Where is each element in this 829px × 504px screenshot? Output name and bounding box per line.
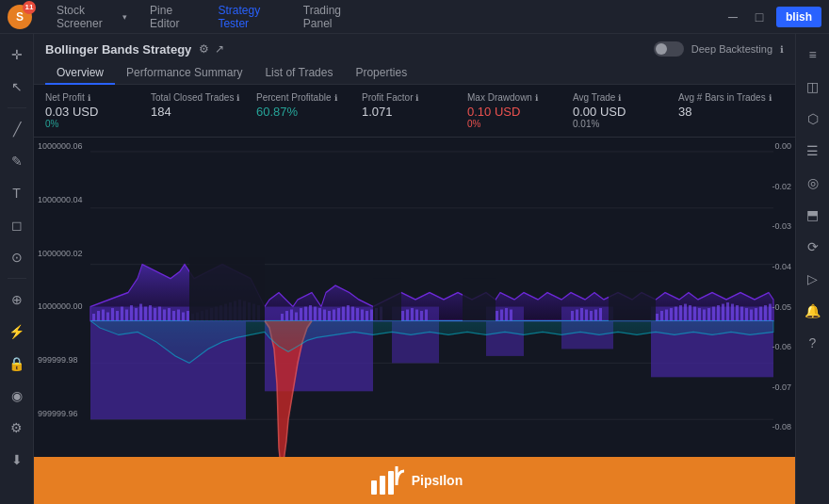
svg-rect-83 bbox=[580, 308, 583, 320]
pipsillon-logo bbox=[366, 466, 404, 495]
svg-rect-113 bbox=[189, 257, 265, 320]
svg-rect-114 bbox=[373, 279, 401, 321]
avg-trade-info-icon[interactable]: ℹ bbox=[618, 93, 621, 103]
right-sidebar-ideas-icon[interactable]: ◎ bbox=[800, 170, 826, 196]
sidebar-crosshair-icon[interactable]: ✛ bbox=[4, 41, 30, 68]
sidebar-trash-icon[interactable]: ⬇ bbox=[4, 447, 30, 473]
nav-trading-panel[interactable]: Trading Panel bbox=[294, 0, 370, 34]
svg-rect-98 bbox=[703, 310, 706, 321]
right-sidebar-chat-icon[interactable]: ⬒ bbox=[800, 202, 826, 228]
svg-rect-107 bbox=[745, 308, 748, 320]
stat-max-drawdown: Max Drawdown ℹ 0.10 USD 0% bbox=[467, 92, 573, 129]
right-sidebar-screener-icon[interactable]: ⬡ bbox=[800, 106, 826, 132]
right-sidebar-watchlist-icon[interactable]: ≡ bbox=[800, 41, 826, 68]
sidebar-eye-icon[interactable]: ◉ bbox=[4, 382, 30, 409]
deep-backtesting-label: Deep Backtesting bbox=[691, 43, 772, 55]
toggle-knob bbox=[656, 43, 667, 55]
svg-rect-51 bbox=[290, 310, 293, 321]
svg-rect-111 bbox=[764, 305, 767, 320]
sidebar-pencil-icon[interactable]: ✎ bbox=[4, 148, 30, 174]
main-content: Bollinger Bands Strategy ⚙ ↗ Deep Backte… bbox=[34, 34, 795, 504]
tab-performance-summary[interactable]: Performance Summary bbox=[115, 62, 253, 85]
svg-rect-29 bbox=[168, 308, 171, 320]
svg-rect-96 bbox=[693, 307, 696, 321]
user-avatar[interactable]: S 11 bbox=[8, 5, 32, 29]
sidebar-measure-icon[interactable]: ⊙ bbox=[4, 244, 30, 270]
svg-rect-59 bbox=[328, 311, 331, 320]
svg-rect-49 bbox=[281, 314, 284, 320]
deep-backtesting-toggle[interactable] bbox=[654, 41, 684, 57]
svg-rect-119 bbox=[388, 471, 394, 495]
sidebar-divider-1 bbox=[8, 107, 26, 108]
tab-overview[interactable]: Overview bbox=[45, 62, 115, 85]
svg-rect-71 bbox=[401, 311, 404, 320]
svg-rect-99 bbox=[707, 308, 710, 320]
sidebar-zoom-icon[interactable]: ⊕ bbox=[4, 286, 30, 313]
deep-backtesting-info-icon[interactable]: ℹ bbox=[780, 44, 784, 55]
svg-rect-74 bbox=[415, 310, 418, 321]
strategy-share-icon[interactable]: ↗ bbox=[215, 42, 224, 56]
svg-rect-95 bbox=[689, 305, 691, 320]
svg-rect-31 bbox=[177, 310, 180, 321]
svg-rect-27 bbox=[158, 307, 161, 321]
sidebar-lock-icon[interactable]: 🔒 bbox=[4, 350, 30, 377]
closed-trades-info-icon[interactable]: ℹ bbox=[236, 93, 239, 103]
publish-button[interactable]: blish bbox=[776, 7, 821, 27]
nav-stock-screener[interactable]: Stock Screener ▾ bbox=[47, 0, 137, 34]
svg-rect-66 bbox=[361, 310, 364, 321]
avg-bars-info-icon[interactable]: ℹ bbox=[769, 93, 772, 103]
right-sidebar-replay-icon[interactable]: ⟳ bbox=[800, 234, 826, 260]
sidebar-magnet-icon[interactable]: ⚡ bbox=[4, 318, 30, 345]
sidebar-divider-2 bbox=[8, 278, 26, 279]
notification-badge: 11 bbox=[23, 1, 36, 14]
right-sidebar-news-icon[interactable]: ☰ bbox=[800, 138, 826, 164]
svg-rect-118 bbox=[380, 476, 385, 495]
sidebar-settings-icon[interactable]: ⚙ bbox=[4, 415, 30, 441]
svg-rect-58 bbox=[323, 310, 326, 321]
net-profit-info-icon[interactable]: ℹ bbox=[88, 93, 90, 103]
nav-pine-editor[interactable]: Pine Editor bbox=[140, 0, 204, 34]
svg-rect-106 bbox=[740, 307, 743, 321]
stat-profit-factor: Profit Factor ℹ 1.071 bbox=[362, 92, 467, 129]
sidebar-text-icon[interactable]: T bbox=[4, 180, 30, 206]
right-sidebar-calendar-icon[interactable]: ◫ bbox=[800, 73, 826, 100]
svg-rect-63 bbox=[347, 305, 349, 320]
percent-profitable-info-icon[interactable]: ℹ bbox=[334, 93, 337, 103]
nav-strategy-tester[interactable]: Strategy Tester bbox=[208, 0, 289, 34]
profit-factor-info-icon[interactable]: ℹ bbox=[415, 93, 418, 103]
svg-rect-82 bbox=[576, 310, 578, 321]
strategy-title: Bollinger Bands Strategy bbox=[45, 42, 191, 57]
right-sidebar: ≡ ◫ ⬡ ☰ ◎ ⬒ ⟳ ▷ 🔔 ? bbox=[795, 34, 829, 504]
svg-rect-28 bbox=[163, 310, 166, 321]
svg-rect-103 bbox=[726, 302, 729, 320]
svg-rect-53 bbox=[300, 308, 302, 320]
strategy-title-icons: ⚙ ↗ bbox=[199, 42, 224, 56]
svg-rect-23 bbox=[139, 304, 142, 321]
right-sidebar-help-icon[interactable]: ? bbox=[800, 330, 826, 356]
svg-rect-89 bbox=[660, 311, 663, 320]
brand-name: PipsIlon bbox=[412, 473, 463, 488]
right-sidebar-alert-icon[interactable]: 🔔 bbox=[800, 298, 826, 324]
svg-rect-92 bbox=[675, 307, 677, 321]
strategy-settings-icon[interactable]: ⚙ bbox=[199, 42, 209, 56]
svg-rect-22 bbox=[135, 308, 138, 320]
left-sidebar: ✛ ↖ ╱ ✎ T ◻ ⊙ ⊕ ⚡ 🔒 ◉ ⚙ ⬇ bbox=[0, 34, 34, 504]
stat-total-closed-trades: Total Closed Trades ℹ 184 bbox=[151, 92, 256, 129]
tab-list-of-trades[interactable]: List of Trades bbox=[253, 62, 344, 85]
sidebar-shapes-icon[interactable]: ◻ bbox=[4, 212, 30, 238]
svg-rect-93 bbox=[679, 305, 682, 320]
right-sidebar-play-icon[interactable]: ▷ bbox=[800, 266, 826, 292]
y-axis-left: 1000000.06 1000000.04 1000000.02 1000000… bbox=[38, 138, 83, 476]
strategy-tabs: Overview Performance Summary List of Tra… bbox=[45, 62, 784, 84]
svg-rect-24 bbox=[144, 307, 147, 321]
svg-rect-16 bbox=[106, 313, 109, 321]
max-drawdown-info-icon[interactable]: ℹ bbox=[535, 93, 538, 103]
svg-rect-86 bbox=[594, 310, 597, 321]
chevron-down-icon: ▾ bbox=[122, 12, 127, 22]
svg-rect-80 bbox=[510, 310, 512, 321]
tab-properties[interactable]: Properties bbox=[344, 62, 418, 85]
minimize-button[interactable]: ─ bbox=[723, 8, 742, 26]
sidebar-line-icon[interactable]: ╱ bbox=[4, 116, 30, 142]
sidebar-cursor-icon[interactable]: ↖ bbox=[4, 73, 30, 100]
maximize-button[interactable]: □ bbox=[750, 8, 769, 26]
